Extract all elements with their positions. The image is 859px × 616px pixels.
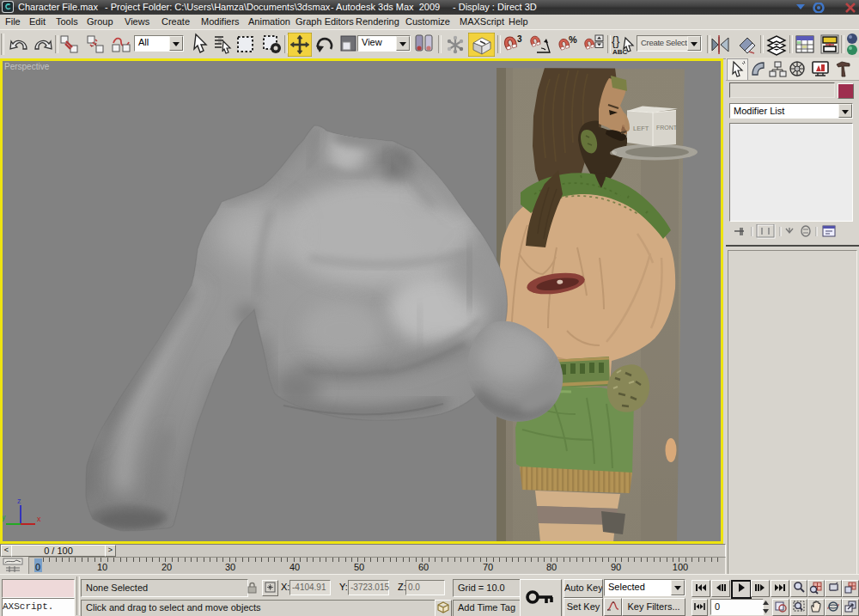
svg-text:FRONT: FRONT [656, 125, 678, 131]
svg-text:LEFT: LEFT [633, 125, 649, 132]
svg-text:%: % [569, 34, 577, 45]
svg-text:y: y [3, 513, 6, 521]
svg-text:ABC: ABC [612, 48, 628, 56]
svg-text:{}: {} [612, 34, 620, 48]
svg-text:3: 3 [517, 34, 522, 44]
svg-text:x: x [37, 515, 41, 523]
svg-text:z: z [17, 497, 21, 505]
